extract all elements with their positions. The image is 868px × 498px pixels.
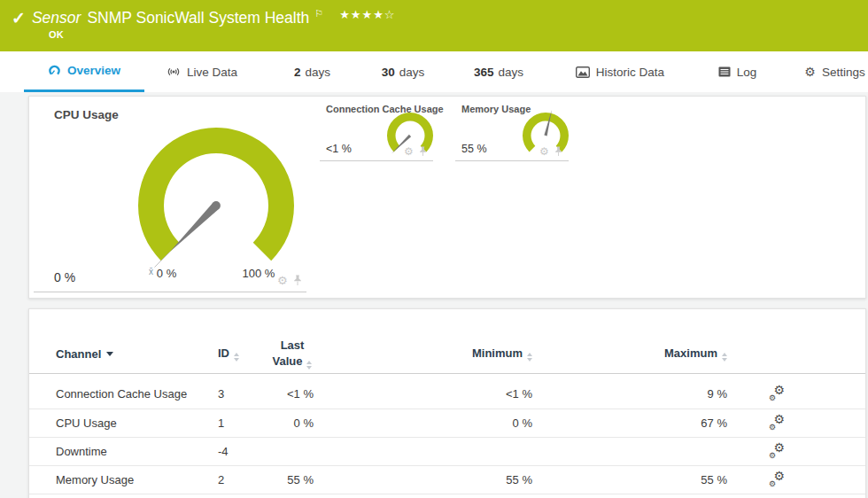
tab-days-number: 2 (294, 66, 301, 79)
sort-icon (234, 353, 239, 362)
tab-days-number: 30 (382, 66, 395, 79)
cell-channel[interactable]: Memory Usage (56, 473, 218, 486)
tab-settings[interactable]: ⚙ Settings (797, 51, 868, 92)
tab-30-days[interactable]: 30 days (376, 51, 430, 92)
cell-channel[interactable]: CPU Usage (56, 416, 218, 430)
avg-marker: x̄ (149, 267, 153, 276)
tab-label: Live Data (187, 66, 237, 79)
cpu-gauge: x̄ 0 % 100 % (130, 121, 307, 290)
gauge-gear-icon[interactable]: ⚙ (539, 145, 549, 158)
tab-days-unit: days (305, 66, 330, 79)
header-maximum[interactable]: Maximum (532, 346, 727, 362)
sort-icon (722, 353, 727, 362)
gauges-panel: CPU Usage x̄ 0 % 100 % 0 % ⚙ Connection (28, 96, 866, 299)
gauge-gear-icon[interactable]: ⚙ (277, 274, 288, 287)
live-data-icon (167, 66, 181, 77)
priority-flag-icon[interactable]: ⚐ (314, 8, 323, 19)
cell-channel[interactable]: Connection Cache Usage (56, 387, 218, 401)
tab-live-data[interactable]: Live Data (159, 51, 244, 92)
log-icon (718, 66, 731, 77)
cell-minimum: 55 % (314, 473, 532, 486)
pin-icon[interactable] (554, 146, 562, 157)
cpu-gauge-needle (170, 203, 220, 253)
table-header-row: Channel ID Last Value Minimum Maximum (29, 334, 865, 374)
cell-minimum: 0 % (314, 416, 532, 430)
cell-last-value: 55 % (271, 473, 314, 486)
tab-days-number: 365 (474, 66, 494, 79)
cell-maximum: 67 % (532, 416, 727, 430)
memory-gauge-card: Memory Usage 55 % ⚙ (455, 102, 569, 161)
connection-cache-gauge-card: Connection Cache Usage <1 % ⚙ (320, 102, 433, 161)
cell-id: 1 (218, 416, 271, 430)
table-row[interactable]: CPU Usage 1 0 % 0 % 67 % ⚙⚙ (29, 409, 865, 438)
tab-log[interactable]: Log (713, 51, 762, 92)
cell-maximum: 55 % (532, 473, 727, 486)
sort-desc-icon (106, 352, 113, 356)
table-row[interactable]: Connection Cache Usage 3 <1 % <1 % 9 % ⚙… (29, 374, 865, 409)
scale-max-label: 100 % (243, 267, 275, 280)
header-minimum[interactable]: Minimum (314, 346, 532, 362)
header-last-value[interactable]: Last Value (271, 338, 314, 370)
cell-maximum: 9 % (532, 387, 727, 401)
header-id[interactable]: ID (218, 346, 271, 362)
cell-id: 2 (218, 473, 271, 486)
memory-value: 55 % (461, 143, 487, 155)
tab-overview[interactable]: Overview (24, 51, 144, 92)
channels-table: Channel ID Last Value Minimum Maximum Co… (29, 309, 865, 494)
tab-days-unit: days (499, 66, 524, 79)
gauge-icon (48, 65, 61, 76)
settings-gear-icon: ⚙ (804, 65, 816, 79)
scale-min-label: 0 % (157, 267, 177, 280)
tab-bar: Overview Live Data 2 days 30 days 365 da… (0, 51, 868, 92)
sensor-status-text: OK (49, 29, 64, 40)
cell-last-value: <1 % (271, 387, 314, 401)
channel-settings-icon[interactable]: ⚙⚙ (768, 416, 786, 429)
gauge-gear-icon[interactable]: ⚙ (404, 145, 414, 158)
channel-settings-icon[interactable]: ⚙⚙ (768, 386, 786, 400)
cpu-current-value: 0 % (54, 270, 75, 284)
card-separator (34, 292, 306, 292)
cell-id: 3 (218, 387, 271, 401)
tab-label: Historic Data (596, 66, 664, 79)
table-row[interactable]: Memory Usage 2 55 % 55 % 55 % ⚙⚙ (29, 466, 865, 494)
tab-label: Overview (67, 64, 120, 77)
historic-chart-icon (576, 66, 590, 78)
star-empty[interactable]: ☆ (384, 8, 396, 21)
ok-check-icon: ✓ (12, 8, 26, 28)
tab-label: Log (737, 66, 757, 79)
channels-panel: Channel ID Last Value Minimum Maximum Co… (28, 308, 866, 498)
sensor-title: SNMP SonicWall System Health (87, 9, 309, 27)
sort-icon (306, 361, 312, 370)
status-banner: ✓ Sensor SNMP SonicWall System Health ⚐ … (0, 0, 868, 51)
channel-settings-icon[interactable]: ⚙⚙ (768, 444, 786, 457)
cpu-gauge-arc (138, 128, 294, 261)
cell-last-value: 0 % (271, 416, 314, 430)
cell-id: -4 (218, 445, 271, 458)
tab-days-unit: days (399, 66, 425, 79)
tab-365-days[interactable]: 365 days (468, 51, 530, 92)
channel-settings-icon[interactable]: ⚙⚙ (768, 472, 786, 486)
prtg-sensor-page: ✓ Sensor SNMP SonicWall System Health ⚐ … (0, 0, 868, 498)
cpu-gauge-title: CPU Usage (54, 108, 119, 121)
cell-channel[interactable]: Downtime (56, 445, 218, 458)
pin-icon[interactable] (419, 146, 427, 157)
stars-filled[interactable]: ★★★★ (339, 8, 384, 21)
priority-stars[interactable]: ★★★★☆ (339, 8, 395, 21)
connection-cache-value: <1 % (326, 143, 352, 155)
tab-2-days[interactable]: 2 days (288, 51, 337, 92)
cell-minimum: <1 % (314, 387, 532, 401)
table-row[interactable]: Downtime -4 ⚙⚙ (29, 438, 865, 466)
header-channel[interactable]: Channel (56, 347, 218, 361)
tab-label: Settings (822, 66, 865, 79)
tab-historic-data[interactable]: Historic Data (567, 51, 673, 92)
pin-icon[interactable] (293, 275, 302, 286)
sensor-kind-label: Sensor (32, 9, 81, 27)
